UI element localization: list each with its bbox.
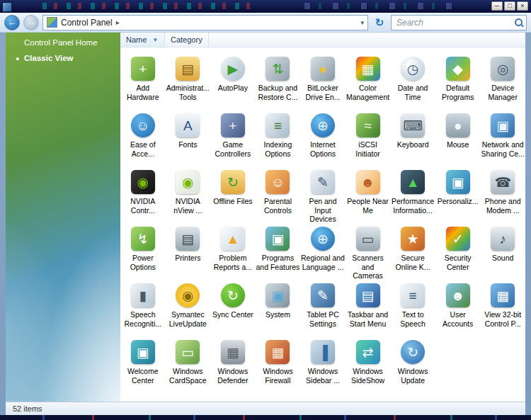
control-panel-item-label: View 32-bit Control P... <box>481 310 525 328</box>
control-panel-item[interactable]: ●Mouse <box>435 110 481 166</box>
control-panel-item[interactable]: ◉NVIDIA nView ... <box>166 166 211 223</box>
control-panel-item[interactable]: ⊕Regional and Language ... <box>300 223 346 280</box>
control-panel-item-label: Sync Center <box>212 310 253 319</box>
control-panel-item[interactable]: AFonts <box>166 110 211 166</box>
breadcrumb[interactable]: Control Panel <box>61 18 113 28</box>
ease-of-access-icon: ☺ <box>131 113 155 137</box>
control-panel-item[interactable]: ▣Welcome Center <box>120 336 166 393</box>
control-panel-item[interactable]: ▲Performance Informatio... <box>390 166 435 223</box>
control-panel-item[interactable]: ↻Sync Center <box>210 280 256 336</box>
icon-glyph: ↻ <box>227 176 239 189</box>
icon-glyph: ◉ <box>137 176 149 189</box>
sidebar-item-classic-view[interactable]: ● Classic View <box>6 48 120 64</box>
control-panel-item[interactable]: ◎Device Manager <box>480 53 525 110</box>
control-panel-item[interactable]: ✓Security Center <box>435 223 481 280</box>
control-panel-item-label: Device Manager <box>481 84 525 101</box>
control-panel-item[interactable]: ▤Taskbar and Start Menu <box>346 280 391 336</box>
control-panel-item[interactable]: ▐Windows Sidebar ... <box>300 336 346 393</box>
control-panel-item-label: Windows Firewall <box>256 367 299 385</box>
address-bar[interactable]: Control Panel ▸ ▾ <box>42 15 368 30</box>
control-panel-item-label: System <box>266 310 290 319</box>
icon-glyph: ☻ <box>451 289 465 302</box>
control-panel-item[interactable]: ◉Symantec LiveUpdate <box>166 280 211 336</box>
control-panel-item-label: People Near Me <box>346 197 390 215</box>
control-panel-item[interactable]: ↯Power Options <box>120 223 166 280</box>
people-near-me-icon: ☻ <box>356 170 380 194</box>
window-icon <box>2 2 12 12</box>
control-panel-item[interactable]: ⊕Internet Options <box>300 110 346 166</box>
icon-glyph: ↻ <box>227 289 239 302</box>
control-panel-item[interactable]: ≡Indexing Options <box>256 110 301 166</box>
control-panel-item[interactable]: ☺Parental Controls <box>256 166 301 223</box>
control-panel-item[interactable]: ▦Windows Firewall <box>256 336 301 393</box>
control-panel-item[interactable]: ◷Date and Time <box>390 53 435 110</box>
sidebar-item-control-panel-home[interactable]: Control Panel Home <box>6 33 120 48</box>
control-panel-item[interactable]: ▮Speech Recogniti... <box>120 280 166 336</box>
control-panel-item[interactable]: ≡Text to Speech <box>390 280 435 336</box>
icon-glyph: ▭ <box>181 346 194 359</box>
refresh-button[interactable]: ↻ <box>372 15 387 30</box>
control-panel-item[interactable]: ▦View 32-bit Control P... <box>480 280 525 336</box>
control-panel-item[interactable]: ☻People Near Me <box>346 166 391 223</box>
control-panel-item[interactable]: ↻Windows Update <box>390 336 435 393</box>
titlebar-artifact <box>42 3 255 9</box>
control-panel-item[interactable]: ▤Printers <box>166 223 211 280</box>
address-dropdown-icon[interactable]: ▾ <box>360 19 364 26</box>
icon-glyph: + <box>139 62 147 76</box>
control-panel-item[interactable]: ✎Tablet PC Settings <box>300 280 346 336</box>
control-panel-item[interactable]: ⌨Keyboard <box>390 110 435 166</box>
icon-glyph: A <box>183 119 193 132</box>
control-panel-item[interactable]: ↻Offline Files <box>210 166 256 223</box>
chevron-down-icon: ▼ <box>152 37 158 43</box>
control-panel-item[interactable]: ▦Windows Defender <box>210 336 256 393</box>
control-panel-item[interactable]: ⇅Backup and Restore C... <box>256 53 301 110</box>
control-panel-item[interactable]: ▤Administrat... Tools <box>166 53 211 110</box>
close-button[interactable]: × <box>517 1 528 11</box>
color-management-icon: ▦ <box>356 57 380 81</box>
control-panel-item[interactable]: ▣Personaliz... <box>435 166 481 223</box>
control-panel-item[interactable]: ☎Phone and Modem ... <box>480 166 525 223</box>
control-panel-item[interactable]: ▦Color Management <box>346 53 391 110</box>
control-panel-item[interactable]: +Game Controllers <box>210 110 256 166</box>
control-panel-item[interactable]: ▶AutoPlay <box>210 53 256 110</box>
control-panel-item[interactable]: ●BitLocker Drive En... <box>300 53 346 110</box>
control-panel-item[interactable]: +Add Hardware <box>120 53 166 110</box>
control-panel-item[interactable]: ▣Programs and Features <box>256 223 301 280</box>
game-controllers-icon: + <box>221 113 245 137</box>
forward-button[interactable]: → <box>23 15 39 30</box>
column-header-category[interactable]: Category <box>165 33 209 47</box>
control-panel-item[interactable]: ▣Network and Sharing Ce... <box>480 110 525 166</box>
control-panel-item[interactable]: ◉NVIDIA Contr... <box>120 166 166 223</box>
control-panel-item[interactable]: ▭Scanners and Cameras <box>346 223 391 280</box>
icon-glyph: ◉ <box>182 289 194 302</box>
back-button[interactable]: ← <box>4 15 20 30</box>
windows-cardspace-icon: ▭ <box>176 340 200 364</box>
control-panel-item[interactable]: ☺Ease of Acce... <box>120 110 166 166</box>
parental-controls-icon: ☺ <box>266 170 290 194</box>
control-panel-item[interactable]: ★Secure Online K... <box>390 223 435 280</box>
control-panel-item[interactable]: ▣System <box>256 280 301 336</box>
control-panel-item[interactable]: ≈iSCSI Initiator <box>346 110 391 166</box>
column-header-name[interactable]: Name ▼ <box>120 33 165 47</box>
sidebar-classic-label: Classic View <box>24 54 73 62</box>
breadcrumb-chevron-icon[interactable]: ▸ <box>116 18 120 26</box>
control-panel-item-label: Windows Defender <box>211 367 255 385</box>
icon-glyph: ≡ <box>409 289 417 302</box>
icon-glyph: ☺ <box>136 119 149 132</box>
control-panel-item[interactable]: ◆Default Programs <box>435 53 481 110</box>
control-panel-item[interactable]: ▭Windows CardSpace <box>166 336 211 393</box>
control-panel-item[interactable]: ✎Pen and Input Devices <box>300 166 346 223</box>
minimize-button[interactable]: ─ <box>491 1 503 11</box>
control-panel-item[interactable]: ☻User Accounts <box>435 280 481 336</box>
control-panel-item[interactable]: ▲Problem Reports a... <box>210 223 256 280</box>
administrative-tools-icon: ▤ <box>176 57 200 81</box>
control-panel-item-label: Windows CardSpace <box>166 367 210 385</box>
search-box[interactable] <box>391 15 527 30</box>
autoplay-icon: ▶ <box>221 57 245 81</box>
control-panel-item-label: Sound <box>492 254 513 263</box>
maximize-button[interactable]: □ <box>504 1 515 11</box>
control-panel-item[interactable]: ♪Sound <box>480 223 525 280</box>
control-panel-item[interactable]: ⇄Windows SideShow <box>346 336 391 393</box>
search-input[interactable] <box>395 17 512 28</box>
icon-glyph: ⌨ <box>403 119 422 132</box>
